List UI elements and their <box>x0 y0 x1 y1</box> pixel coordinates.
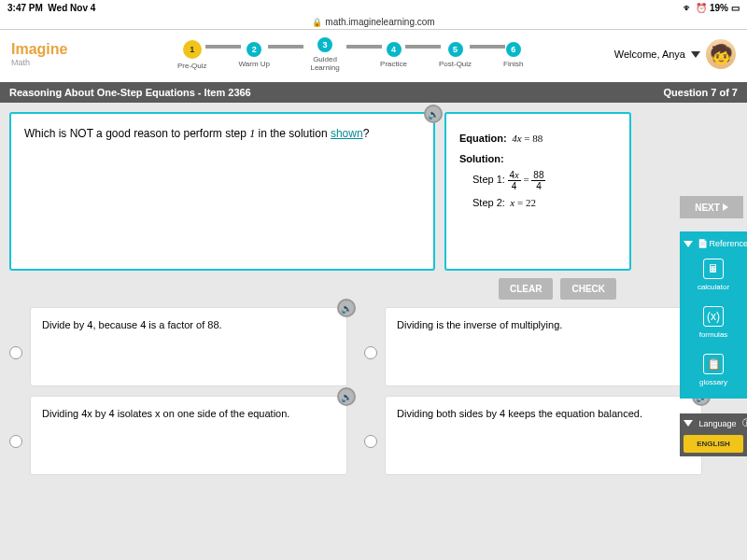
header: Imagine Math 1Pre-Quiz 2Warm Up 3Guided … <box>0 30 747 82</box>
shown-link[interactable]: shown <box>331 127 363 140</box>
time: 3:47 PM <box>7 3 43 13</box>
logo[interactable]: Imagine Math <box>11 43 67 69</box>
reference-header[interactable]: 📄Reference <box>680 236 747 251</box>
language-header[interactable]: Language ⓘ <box>684 417 743 429</box>
answer-option[interactable]: 🔊Dividing 4x by 4 isolates x on one side… <box>9 396 355 475</box>
dropdown-icon <box>691 51 700 58</box>
play-icon <box>723 203 728 211</box>
welcome[interactable]: Welcome, Anya 🧒 <box>614 39 736 69</box>
equation-card: Equation: 4x = 88 Solution: Step 1: 4x4 … <box>444 112 631 271</box>
wifi-icon: ᯤ <box>684 3 693 13</box>
item-title: Reasoning About One-Step Equations - Ite… <box>9 87 251 98</box>
calculator-tool[interactable]: 🖩calculator <box>680 251 747 299</box>
question-progress: Question 7 of 7 <box>664 87 738 98</box>
title-bar: Reasoning About One-Step Equations - Ite… <box>0 82 747 103</box>
glossary-tool[interactable]: 📋glossary <box>680 346 747 394</box>
lock-icon: 🔒 <box>312 18 322 27</box>
url-bar: 🔒 math.imaginelearning.com <box>0 15 747 30</box>
answers: 🔊Divide by 4, because 4 is a factor of 8… <box>9 307 738 475</box>
content: 🔊 Which is NOT a good reason to perform … <box>0 103 747 560</box>
check-button[interactable]: CHECK <box>560 278 616 300</box>
radio[interactable] <box>9 435 22 448</box>
radio[interactable] <box>9 346 22 359</box>
avatar: 🧒 <box>706 39 736 69</box>
info-icon: ⓘ <box>742 417 747 429</box>
answer-option[interactable]: 🔊Dividing both sides by 4 keeps the equa… <box>364 396 710 475</box>
glossary-icon: 📋 <box>703 354 724 374</box>
step-finish[interactable]: 6Finish <box>503 42 523 68</box>
chevron-down-icon <box>684 420 693 427</box>
battery-icon: ▭ <box>731 3 740 13</box>
english-button[interactable]: ENGLISH <box>684 435 743 453</box>
battery-pct: 19% <box>710 3 728 13</box>
answer-option[interactable]: 🔊Divide by 4, because 4 is a factor of 8… <box>9 307 355 386</box>
step-prequiz[interactable]: 1Pre-Quiz <box>177 40 207 70</box>
step-postquiz[interactable]: 5Post-Quiz <box>439 42 472 68</box>
alarm-icon: ⏰ <box>696 3 707 13</box>
calculator-icon: 🖩 <box>703 259 724 279</box>
date: Wed Nov 4 <box>48 3 95 13</box>
progress-steps: 1Pre-Quiz 2Warm Up 3Guided Learning 4Pra… <box>177 37 523 72</box>
step-guided[interactable]: 3Guided Learning <box>302 37 348 72</box>
answer-option[interactable]: 🔊Dividing is the inverse of multiplying. <box>364 307 710 386</box>
question-card: 🔊 Which is NOT a good reason to perform … <box>9 112 435 271</box>
step-practice[interactable]: 4Practice <box>380 42 407 68</box>
formulas-tool[interactable]: (x)formulas <box>680 299 747 346</box>
formulas-icon: (x) <box>703 306 724 327</box>
reference-panel: 📄Reference 🖩calculator (x)formulas 📋glos… <box>680 231 747 399</box>
audio-icon[interactable]: 🔊 <box>424 105 443 123</box>
clear-button[interactable]: CLEAR <box>499 278 553 300</box>
url: math.imaginelearning.com <box>325 17 434 27</box>
next-button[interactable]: NEXT <box>680 196 743 218</box>
chevron-down-icon <box>684 241 693 247</box>
step-warmup[interactable]: 2Warm Up <box>239 42 270 68</box>
radio[interactable] <box>364 346 377 359</box>
status-bar: 3:47 PM Wed Nov 4 ᯤ ⏰ 19% ▭ <box>0 0 747 15</box>
side-panel: NEXT 📄Reference 🖩calculator (x)formulas … <box>680 196 747 456</box>
status-right: ᯤ ⏰ 19% ▭ <box>684 3 740 13</box>
audio-icon[interactable]: 🔊 <box>337 299 356 317</box>
audio-icon[interactable]: 🔊 <box>337 387 356 406</box>
language-panel: Language ⓘ ENGLISH <box>680 413 747 456</box>
radio[interactable] <box>364 435 377 448</box>
